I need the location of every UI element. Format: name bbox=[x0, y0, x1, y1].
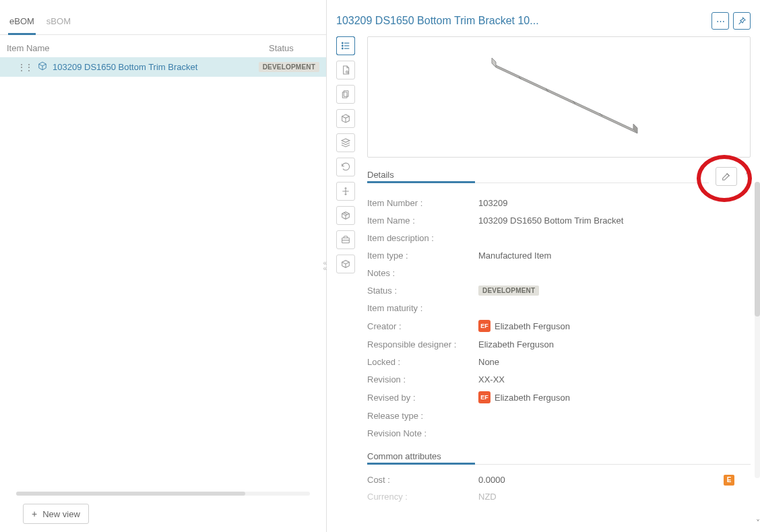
rail-3d-icon[interactable] bbox=[336, 206, 355, 225]
rail-cube-icon[interactable] bbox=[336, 109, 355, 128]
value-item-name: 103209 DS1650 Bottom Trim Bracket bbox=[478, 215, 623, 226]
svg-point-4 bbox=[342, 48, 344, 49]
svg-point-2 bbox=[342, 45, 344, 46]
label-item-type: Item type : bbox=[367, 251, 478, 261]
more-actions-button[interactable]: ⋯ bbox=[711, 12, 729, 30]
value-revised-by: Elizabeth Ferguson bbox=[495, 393, 570, 403]
value-status-badge: DEVELOPMENT bbox=[478, 286, 539, 296]
label-item-name: Item Name : bbox=[367, 215, 478, 226]
value-item-type: Manufactured Item bbox=[478, 251, 551, 261]
bracket-illustration-icon bbox=[472, 50, 647, 144]
label-revision: Revision : bbox=[367, 374, 478, 385]
value-responsible-designer: Elizabeth Ferguson bbox=[478, 339, 554, 350]
rail-list-icon[interactable] bbox=[336, 36, 355, 55]
label-status: Status : bbox=[367, 286, 478, 296]
new-view-button[interactable]: + New view bbox=[23, 504, 89, 524]
svg-point-6 bbox=[346, 71, 348, 73]
collapse-details-icon[interactable]: ˄ bbox=[744, 172, 751, 181]
value-creator: Elizabeth Ferguson bbox=[495, 321, 570, 331]
value-locked: None bbox=[478, 357, 499, 367]
svg-rect-8 bbox=[342, 92, 347, 98]
vertical-scrollbar[interactable] bbox=[755, 182, 760, 478]
col-item-name: Item Name bbox=[7, 43, 269, 53]
label-revised-by: Revised by : bbox=[367, 393, 478, 403]
pin-icon bbox=[737, 16, 747, 26]
value-currency: NZD bbox=[478, 492, 497, 502]
plus-icon: + bbox=[32, 508, 37, 519]
value-cost: 0.0000 bbox=[478, 475, 505, 485]
drag-handle-icon[interactable]: ⋮⋮ bbox=[18, 63, 32, 72]
scroll-down-icon[interactable]: ˅ bbox=[756, 519, 760, 528]
item-preview bbox=[367, 36, 751, 158]
page-title: 103209 DS1650 Bottom Trim Bracket 10... bbox=[336, 15, 707, 27]
details-list: Item Number : 103209 Item Name : 103209 … bbox=[367, 194, 751, 442]
details-heading: Details bbox=[367, 170, 709, 183]
side-toolbar bbox=[336, 36, 359, 532]
edit-details-button[interactable] bbox=[716, 167, 737, 186]
label-creator: Creator : bbox=[367, 321, 478, 331]
new-view-label: New view bbox=[42, 509, 80, 519]
item-cube-icon bbox=[38, 61, 47, 73]
tab-sbom[interactable]: sBOM bbox=[45, 12, 72, 35]
avatar: EF bbox=[478, 391, 490, 403]
label-cost: Cost : bbox=[367, 475, 478, 485]
tree-header: Item Name Status bbox=[0, 35, 326, 57]
svg-marker-11 bbox=[492, 58, 496, 67]
svg-rect-7 bbox=[344, 91, 348, 97]
editable-badge-icon: E bbox=[724, 475, 734, 486]
tree-row[interactable]: ⋮⋮ 103209 DS1650 Bottom Trim Bracket DEV… bbox=[0, 57, 326, 77]
rail-box-icon[interactable] bbox=[336, 255, 355, 273]
tree-row-label: 103209 DS1650 Bottom Trim Bracket bbox=[53, 62, 253, 72]
tab-ebom[interactable]: eBOM bbox=[8, 12, 36, 35]
label-locked: Locked : bbox=[367, 357, 478, 367]
svg-point-0 bbox=[342, 42, 344, 44]
rail-document-icon[interactable] bbox=[336, 61, 355, 79]
rail-move-icon[interactable] bbox=[336, 182, 355, 201]
ellipsis-icon: ⋯ bbox=[716, 16, 725, 26]
pin-button[interactable] bbox=[733, 12, 751, 30]
horizontal-scrollbar[interactable] bbox=[9, 490, 317, 497]
value-revision: XX-XX bbox=[478, 374, 505, 385]
avatar: EF bbox=[478, 320, 490, 332]
bom-tabs: eBOM sBOM bbox=[0, 0, 326, 35]
label-revision-note: Revision Note : bbox=[367, 428, 478, 438]
label-release-type: Release type : bbox=[367, 411, 478, 421]
rail-layers-icon[interactable] bbox=[336, 133, 355, 152]
rail-files-icon[interactable] bbox=[336, 85, 355, 104]
rail-package-icon[interactable] bbox=[336, 230, 355, 249]
label-item-description: Item description : bbox=[367, 233, 478, 243]
label-item-maturity: Item maturity : bbox=[367, 303, 478, 313]
label-currency: Currency : bbox=[367, 492, 478, 502]
label-notes: Notes : bbox=[367, 268, 478, 278]
value-item-number: 103209 bbox=[478, 198, 507, 208]
pencil-icon bbox=[721, 171, 732, 182]
status-badge: DEVELOPMENT bbox=[259, 62, 319, 72]
rail-history-icon[interactable] bbox=[336, 158, 355, 176]
svg-marker-10 bbox=[492, 63, 637, 133]
label-responsible-designer: Responsible designer : bbox=[367, 339, 478, 350]
common-attributes-heading: Common attributes bbox=[367, 451, 751, 465]
label-item-number: Item Number : bbox=[367, 198, 478, 208]
col-status: Status bbox=[269, 43, 319, 53]
